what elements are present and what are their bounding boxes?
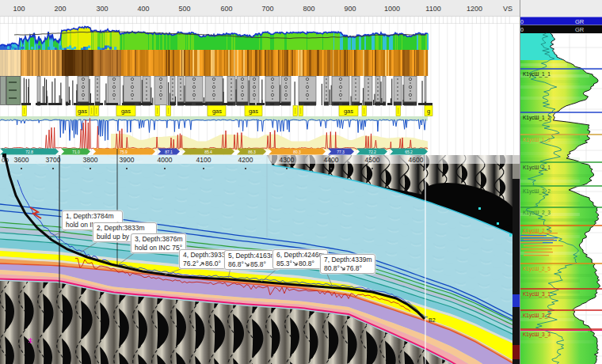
svg-text:400: 400: [137, 5, 149, 13]
svg-text:gas: gas: [212, 108, 222, 115]
svg-text:100: 100: [13, 5, 25, 13]
svg-text:87.1: 87.1: [165, 150, 173, 154]
svg-text:72.8: 72.8: [25, 150, 33, 154]
svg-text:3700: 3700: [46, 156, 61, 164]
svg-text:4600: 4600: [409, 156, 424, 164]
svg-text:K1ycШ_3_3: K1ycШ_3_3: [523, 332, 551, 338]
svg-text:gas: gas: [121, 108, 131, 115]
svg-text:4500: 4500: [365, 156, 380, 164]
svg-text:300: 300: [96, 5, 108, 13]
svg-text:0: 0: [520, 27, 524, 32]
svg-text:K1ycШ_2_4: K1ycШ_2_4: [523, 228, 551, 234]
svg-text:K1ycШ_3_2: K1ycШ_3_2: [523, 313, 551, 319]
svg-text:3900: 3900: [120, 156, 135, 164]
svg-text:gas: gas: [78, 108, 87, 115]
svg-text:1100: 1100: [425, 5, 440, 13]
svg-text:85.4: 85.4: [204, 150, 212, 154]
svg-text:gas: gas: [249, 108, 258, 115]
svg-text:72.2: 72.2: [368, 150, 376, 154]
svg-text:K1ycШ_2_3: K1ycШ_2_3: [523, 210, 551, 216]
svg-text:g: g: [427, 108, 430, 115]
svg-text:VS: VS: [503, 5, 512, 13]
svg-text:600: 600: [220, 5, 232, 13]
svg-text:gas: gas: [344, 108, 353, 115]
svg-text:0: 0: [520, 19, 524, 25]
svg-text:4200: 4200: [238, 156, 253, 164]
svg-text:3800: 3800: [83, 156, 98, 164]
svg-text:1000: 1000: [384, 5, 400, 13]
svg-text:4300: 4300: [280, 156, 295, 164]
svg-text:K1ycШ_3_1: K1ycШ_3_1: [523, 291, 551, 298]
svg-text:700: 700: [261, 5, 273, 13]
svg-text:200: 200: [54, 5, 66, 13]
svg-text:3600: 3600: [14, 156, 29, 164]
svg-text:GR: GR: [575, 18, 585, 25]
svg-text:B2: B2: [429, 317, 436, 323]
svg-text:500: 500: [178, 5, 190, 13]
svg-text:65.2: 65.2: [405, 150, 413, 154]
svg-text:K1ycШ_1_3: K1ycШ_1_3: [523, 137, 551, 143]
svg-text:71.0: 71.0: [72, 150, 80, 154]
svg-text:800: 800: [303, 5, 314, 13]
svg-text:GR: GR: [575, 26, 585, 33]
svg-text:4100: 4100: [196, 156, 211, 164]
svg-text:K1ycШ_2_1: K1ycШ_2_1: [523, 165, 551, 171]
svg-text:77.3: 77.3: [337, 150, 345, 154]
svg-text:K1ycШ_2_5: K1ycШ_2_5: [523, 266, 551, 272]
svg-text:K1ycШ_2_2: K1ycШ_2_2: [523, 188, 551, 195]
svg-text:75.9: 75.9: [120, 150, 128, 154]
svg-text:K1ycШ_1_2: K1ycШ_1_2: [523, 115, 551, 121]
svg-text:900: 900: [344, 5, 356, 13]
svg-text:4000: 4000: [158, 156, 173, 164]
svg-text:80.3: 80.3: [293, 150, 301, 154]
svg-text:4400: 4400: [324, 156, 339, 164]
svg-text:86.3: 86.3: [248, 150, 256, 154]
svg-text:K1ycШ_1_1: K1ycШ_1_1: [523, 71, 551, 78]
svg-text:1200: 1200: [467, 5, 482, 13]
